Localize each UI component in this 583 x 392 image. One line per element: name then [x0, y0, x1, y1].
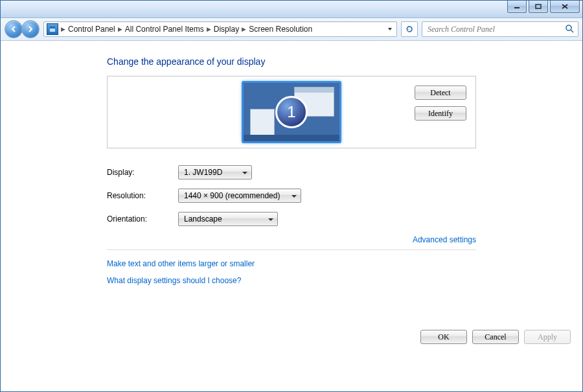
minimize-button[interactable]: [507, 1, 527, 13]
identify-button[interactable]: Identify: [415, 106, 466, 121]
ok-button[interactable]: OK: [420, 330, 467, 344]
monitor-number-badge: 1: [275, 96, 308, 128]
settings-form: Display: 1. JW199D Resolution: 1440 × 90…: [107, 165, 476, 226]
orientation-row: Orientation: Landscape: [107, 212, 476, 226]
svg-line-5: [571, 30, 573, 32]
search-box[interactable]: [422, 21, 578, 37]
help-links: Make text and other items larger or smal…: [107, 259, 476, 285]
breadcrumb-item[interactable]: All Control Panel Items: [125, 25, 204, 34]
help-link[interactable]: What display settings should I choose?: [107, 276, 476, 285]
monitor-action-buttons: Detect Identify: [415, 86, 466, 121]
breadcrumb-item[interactable]: Screen Resolution: [249, 25, 312, 34]
back-button[interactable]: [5, 20, 23, 38]
chevron-right-icon: ▶: [115, 26, 125, 32]
svg-rect-0: [514, 7, 520, 8]
navigation-bar: ▶ Control Panel ▶ All Control Panel Item…: [1, 18, 582, 41]
resolution-label: Resolution:: [107, 191, 178, 200]
orientation-label: Orientation:: [107, 214, 178, 224]
search-input[interactable]: [426, 24, 565, 35]
monitor-preview[interactable]: 1: [117, 81, 466, 143]
chevron-down-icon: [387, 27, 393, 32]
resolution-row: Resolution: 1440 × 900 (recommended): [107, 189, 476, 203]
display-value: 1. JW199D: [184, 168, 222, 177]
detect-button[interactable]: Detect: [415, 86, 466, 100]
resolution-dropdown[interactable]: 1440 × 900 (recommended): [178, 189, 301, 203]
orientation-dropdown[interactable]: Landscape: [178, 212, 278, 226]
chevron-right-icon: ▶: [58, 26, 68, 32]
close-button[interactable]: [550, 1, 580, 13]
breadcrumb-history-dropdown[interactable]: [385, 27, 395, 32]
orientation-value: Landscape: [184, 214, 222, 224]
page-title: Change the appearance of your display: [107, 56, 476, 67]
monitor-1[interactable]: 1: [242, 81, 341, 143]
divider: [107, 249, 476, 250]
caption-buttons: [507, 1, 580, 13]
preview-taskbar: [244, 135, 339, 141]
content-area: Change the appearance of your display 1 …: [1, 41, 582, 391]
cancel-button[interactable]: Cancel: [472, 330, 519, 344]
maximize-button[interactable]: [529, 1, 548, 13]
title-bar: [1, 1, 582, 18]
apply-button: Apply: [524, 330, 571, 344]
breadcrumb[interactable]: ▶ Control Panel ▶ All Control Panel Item…: [43, 21, 397, 37]
text-size-link[interactable]: Make text and other items larger or smal…: [107, 259, 476, 268]
control-panel-icon: [47, 23, 58, 35]
display-arrangement-box: 1 Detect Identify: [107, 76, 476, 148]
chevron-right-icon: ▶: [239, 26, 249, 32]
dialog-buttons: OK Cancel Apply: [420, 330, 571, 344]
main-panel: Change the appearance of your display 1 …: [107, 56, 476, 285]
advanced-settings-link[interactable]: Advanced settings: [413, 235, 476, 244]
refresh-button[interactable]: [401, 21, 418, 37]
resolution-value: 1440 × 900 (recommended): [184, 191, 280, 200]
display-dropdown[interactable]: 1. JW199D: [178, 165, 252, 179]
refresh-icon: [405, 25, 414, 34]
breadcrumb-item[interactable]: Control Panel: [68, 25, 115, 34]
control-panel-window: ▶ Control Panel ▶ All Control Panel Item…: [0, 0, 583, 392]
forward-button[interactable]: [21, 20, 40, 38]
search-icon: [565, 24, 574, 35]
display-row: Display: 1. JW199D: [107, 165, 476, 179]
svg-rect-3: [50, 27, 55, 29]
display-label: Display:: [107, 168, 178, 177]
arrow-right-icon: [26, 25, 35, 34]
preview-window-icon: [250, 109, 275, 136]
svg-rect-1: [536, 5, 541, 8]
svg-point-4: [566, 25, 571, 30]
chevron-right-icon: ▶: [204, 26, 214, 32]
arrow-left-icon: [9, 25, 18, 34]
nav-buttons: [5, 20, 40, 38]
breadcrumb-item[interactable]: Display: [214, 25, 239, 34]
advanced-row: Advanced settings: [107, 235, 476, 244]
